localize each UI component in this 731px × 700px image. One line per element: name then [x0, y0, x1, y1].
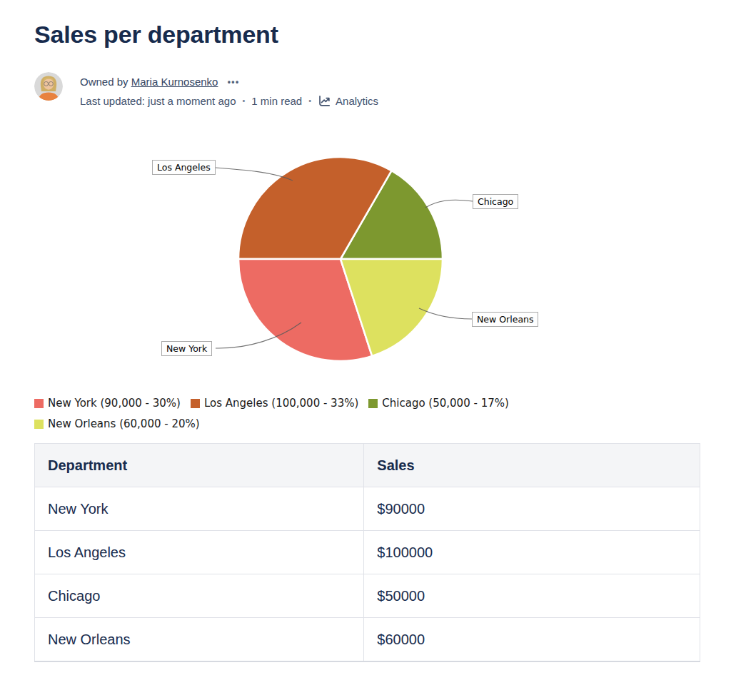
read-time-text: 1 min read — [251, 91, 302, 111]
legend-label: Chicago (50,000 - 17%) — [382, 395, 509, 411]
legend-label: New Orleans (60,000 - 20%) — [48, 416, 200, 432]
column-header-department: Department — [35, 444, 364, 487]
owned-by-label: Owned by — [80, 76, 128, 88]
avatar-image — [34, 72, 63, 101]
pie-chart-svg — [34, 139, 700, 385]
analytics-icon — [318, 94, 331, 108]
legend-item: Chicago (50,000 - 17%) — [368, 395, 509, 411]
legend-item: New Orleans (60,000 - 20%) — [34, 416, 200, 432]
table-row: Los Angeles $100000 — [35, 531, 700, 574]
column-header-sales: Sales — [364, 444, 700, 487]
legend-swatch — [191, 399, 200, 408]
owner-link[interactable]: Maria Kurnosenko — [131, 76, 218, 88]
pie-chart: Los Angeles Chicago New Orleans New York — [34, 139, 700, 385]
department-cell: Chicago — [35, 574, 364, 618]
confluence-page-content: Sales per department Owned by Maria Kurn — [0, 0, 731, 662]
avatar[interactable] — [34, 72, 63, 101]
owner-line: Owned by Maria Kurnosenko ••• — [80, 73, 378, 91]
legend-swatch — [34, 420, 44, 429]
table-row: New Orleans $60000 — [35, 618, 700, 662]
sales-table: Department Sales New York $90000 Los Ang… — [34, 443, 700, 662]
legend-item: New York (90,000 - 30%) — [34, 395, 181, 411]
legend-swatch — [34, 399, 44, 408]
more-options-button[interactable]: ••• — [228, 77, 240, 87]
legend-swatch — [368, 399, 378, 408]
separator-dot: • — [308, 91, 311, 111]
sales-cell: $60000 — [364, 618, 700, 662]
pie-label-los-angeles: Los Angeles — [152, 160, 216, 175]
callout-line — [425, 200, 473, 208]
pie-slices — [238, 157, 443, 361]
last-updated-text: Last updated: just a moment ago — [80, 91, 236, 111]
sales-cell: $50000 — [364, 574, 700, 618]
separator-dot: • — [242, 91, 245, 111]
table-header-row: Department Sales — [35, 444, 700, 487]
department-cell: Los Angeles — [35, 531, 364, 574]
department-cell: New York — [35, 487, 364, 531]
legend-item: Los Angeles (100,000 - 33%) — [191, 395, 358, 411]
byline-text: Owned by Maria Kurnosenko ••• Last updat… — [80, 72, 378, 111]
department-cell: New Orleans — [35, 618, 364, 662]
legend-label: New York (90,000 - 30%) — [48, 395, 181, 411]
analytics-link[interactable]: Analytics — [318, 91, 378, 111]
pie-label-new-york: New York — [161, 341, 212, 356]
pie-label-chicago: Chicago — [473, 194, 518, 209]
chart-legend: New York (90,000 - 30%)Los Angeles (100,… — [34, 395, 648, 432]
page-title: Sales per department — [34, 20, 700, 49]
pie-label-new-orleans: New Orleans — [472, 312, 538, 327]
sales-cell: $100000 — [364, 531, 700, 574]
sales-cell: $90000 — [364, 487, 700, 531]
legend-label: Los Angeles (100,000 - 33%) — [204, 395, 358, 411]
table-row: Chicago $50000 — [35, 574, 700, 618]
meta-line: Last updated: just a moment ago • 1 min … — [80, 91, 378, 111]
byline: Owned by Maria Kurnosenko ••• Last updat… — [34, 72, 700, 111]
table-row: New York $90000 — [35, 487, 700, 531]
analytics-label: Analytics — [336, 91, 378, 111]
